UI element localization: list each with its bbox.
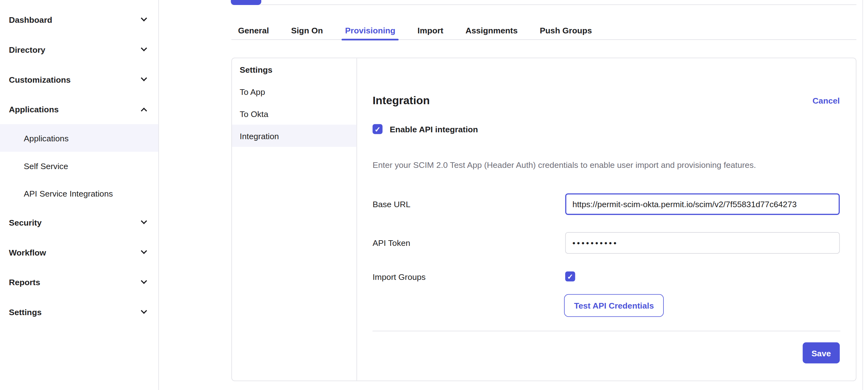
chevron-down-icon: [141, 45, 147, 51]
chevron-down-icon: [141, 278, 147, 284]
subnav-item-to-app[interactable]: To App: [232, 80, 356, 102]
chevron-up-icon: [141, 107, 147, 114]
tab-import[interactable]: Import: [417, 6, 443, 39]
sidebar-item-security[interactable]: Security: [0, 207, 158, 237]
chevron-down-icon: [141, 75, 147, 81]
sidebar-item-label: Workflow: [9, 247, 46, 257]
import-groups-row: Import Groups ✓: [373, 271, 840, 281]
api-token-label: API Token: [373, 238, 565, 247]
subnav-header: Settings: [232, 58, 356, 80]
api-token-input[interactable]: [565, 232, 840, 254]
tab-general[interactable]: General: [238, 6, 269, 39]
tab-push-groups[interactable]: Push Groups: [540, 6, 592, 39]
sidebar-item-dashboard[interactable]: Dashboard: [0, 4, 158, 34]
chevron-down-icon: [141, 308, 147, 314]
sidebar-subitem-label: API Service Integrations: [24, 189, 113, 198]
tab-provisioning[interactable]: Provisioning: [345, 6, 395, 39]
subnav-item-integration[interactable]: Integration: [232, 124, 356, 147]
checkmark-icon: ✓: [374, 125, 380, 132]
enable-api-integration-row: ✓ Enable API integration: [373, 124, 840, 134]
sidebar-item-label: Directory: [9, 44, 45, 54]
save-row: Save: [373, 342, 840, 363]
sidebar-item-label: Reports: [9, 277, 40, 287]
save-button[interactable]: Save: [803, 342, 840, 363]
okta-admin-screen: Dashboard Directory Customizations Appli…: [0, 0, 868, 390]
tab-assignments[interactable]: Assignments: [465, 6, 518, 39]
tab-sign-on[interactable]: Sign On: [291, 6, 323, 39]
app-tabs: General Sign On Provisioning Import Assi…: [231, 6, 857, 40]
footer-divider: [373, 331, 840, 331]
base-url-label: Base URL: [373, 199, 565, 209]
top-tab-remnant: [231, 0, 857, 6]
base-url-input[interactable]: [565, 193, 840, 215]
sidebar-item-label: Settings: [9, 307, 41, 317]
api-token-row: API Token: [373, 232, 840, 254]
sidebar-item-label: Dashboard: [9, 15, 52, 24]
cancel-link[interactable]: Cancel: [812, 95, 840, 105]
base-url-row: Base URL: [373, 193, 840, 215]
sidebar-item-label: Applications: [9, 104, 59, 114]
test-api-credentials-button[interactable]: Test API Credentials: [564, 294, 664, 317]
sidebar-subitem-self-service[interactable]: Self Service: [0, 152, 158, 179]
sidebar-item-applications[interactable]: Applications: [0, 94, 158, 124]
sidebar-item-label: Security: [9, 217, 41, 227]
sidebar-subitem-api-service-integrations[interactable]: API Service Integrations: [0, 179, 158, 207]
active-tab-indicator: [231, 0, 261, 5]
top-divider: [231, 4, 857, 5]
sidebar: Dashboard Directory Customizations Appli…: [0, 0, 159, 390]
sidebar-item-workflow[interactable]: Workflow: [0, 237, 158, 267]
sidebar-subitem-applications[interactable]: Applications: [0, 124, 158, 152]
sidebar-item-customizations[interactable]: Customizations: [0, 64, 158, 94]
chevron-down-icon: [141, 218, 147, 224]
chevron-down-icon: [141, 248, 147, 254]
sidebar-item-directory[interactable]: Directory: [0, 34, 158, 64]
integration-panel: Integration Cancel ✓ Enable API integrat…: [357, 58, 856, 380]
credentials-description: Enter your SCIM 2.0 Test App (Header Aut…: [373, 160, 840, 170]
sidebar-item-reports[interactable]: Reports: [0, 267, 158, 297]
sidebar-item-settings[interactable]: Settings: [0, 297, 158, 327]
panel-header: Integration Cancel: [373, 94, 840, 107]
subnav-item-to-okta[interactable]: To Okta: [232, 102, 356, 124]
scrollbar-track[interactable]: [862, 0, 863, 390]
applications-submenu: Applications Self Service API Service In…: [0, 124, 158, 207]
import-groups-checkbox[interactable]: ✓: [565, 271, 575, 281]
enable-api-integration-label: Enable API integration: [390, 124, 478, 134]
sidebar-item-label: Customizations: [9, 74, 70, 84]
sidebar-subitem-label: Applications: [24, 133, 69, 143]
provisioning-card: Settings To App To Okta Integration Inte…: [231, 58, 857, 381]
main-content: General Sign On Provisioning Import Assi…: [159, 0, 868, 390]
page-title: Integration: [373, 94, 430, 107]
sidebar-subitem-label: Self Service: [24, 161, 68, 170]
import-groups-label: Import Groups: [373, 272, 565, 281]
settings-subnav: Settings To App To Okta Integration: [232, 58, 357, 380]
checkmark-icon: ✓: [567, 273, 573, 280]
chevron-down-icon: [141, 15, 147, 22]
enable-api-integration-checkbox[interactable]: ✓: [373, 124, 382, 134]
